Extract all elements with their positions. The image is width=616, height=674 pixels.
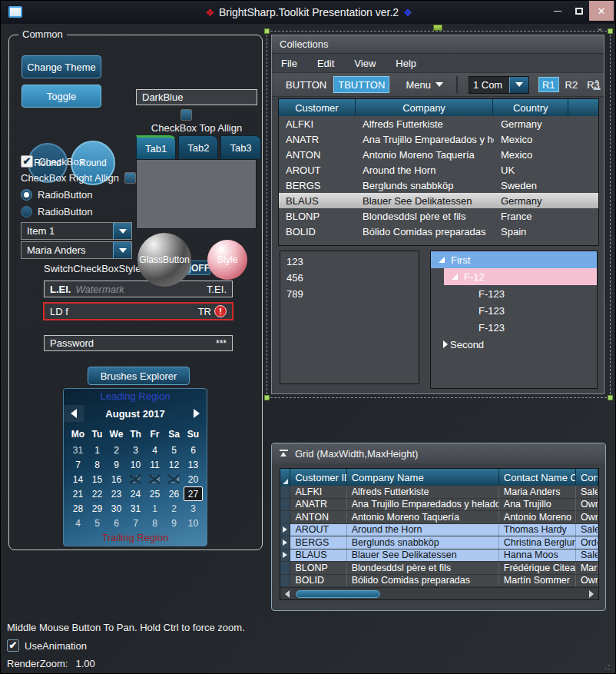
datagrid-cell[interactable]: Thomas Hardy — [499, 524, 576, 536]
datagrid-cell[interactable]: Owne — [576, 499, 598, 511]
calendar-day[interactable]: 14 — [68, 472, 88, 486]
calendar-day[interactable]: 27 — [184, 486, 203, 501]
adorner-handle-topright[interactable] — [608, 28, 613, 34]
datagrid-column-header[interactable]: Customer ID — [290, 469, 346, 486]
datagrid-row-header[interactable] — [280, 524, 290, 536]
adorner-handle-bottomleft[interactable] — [264, 395, 270, 400]
calendar-day[interactable]: 13 — [184, 457, 203, 472]
checkbox-right-align-box[interactable] — [124, 172, 136, 184]
checkbox-top-align-box[interactable] — [180, 109, 192, 121]
calendar-day[interactable]: 4 — [145, 443, 164, 457]
listview-row[interactable]: AROUTAround the HornUK — [279, 162, 598, 178]
calendar-day[interactable]: 1 — [145, 501, 164, 516]
datagrid-row-header[interactable] — [280, 486, 290, 498]
datagrid-cell[interactable]: Antonio Moreno Taquería — [347, 511, 499, 523]
datagrid-cell[interactable]: Blauer See Delikatessen — [347, 549, 499, 562]
adorner-handle-bottomright[interactable] — [608, 395, 613, 400]
listview-row[interactable]: BOLIDBólido Comidas preparadasSpain — [279, 224, 598, 239]
datagrid-cell[interactable]: Hanna Moos — [499, 549, 576, 562]
datagrid-row[interactable]: BERGSBerglunds snabbköpChristina Berglun… — [280, 536, 598, 549]
calendar-day[interactable]: 15 — [88, 472, 107, 486]
calendar-day[interactable]: 5 — [164, 443, 184, 457]
menu-item-view[interactable]: View — [354, 58, 376, 69]
calendar-day[interactable]: 21 — [68, 486, 88, 501]
checkbox-icon[interactable]: ✔ — [21, 155, 33, 168]
radio-unselected-icon[interactable] — [21, 206, 32, 217]
listview-column-header[interactable]: Customer — [279, 99, 356, 116]
combobox-maria-dropdown[interactable] — [113, 242, 131, 258]
expander-closed-icon[interactable] — [439, 340, 444, 348]
adorner-handle-topleft[interactable] — [264, 28, 270, 34]
expander-open-icon[interactable] — [452, 274, 458, 280]
toggle-button[interactable]: Toggle — [22, 85, 101, 108]
combobox-item1[interactable]: Item 1 — [21, 222, 132, 240]
radio-selected-icon[interactable] — [21, 189, 32, 201]
datagrid-column-header[interactable]: Company Name — [347, 469, 499, 486]
datagrid-cell[interactable]: ANATR — [290, 499, 346, 511]
datagrid-cell[interactable]: Around the Horn — [347, 524, 499, 536]
datagrid-cell[interactable]: Owne — [576, 511, 598, 523]
calendar-day[interactable]: 8 — [88, 457, 107, 472]
datagrid-cell[interactable]: ALFKI — [290, 486, 346, 498]
datagrid-row[interactable]: ANATRAna Trujillo Emparedados y heladosA… — [280, 499, 598, 512]
calendar-day[interactable]: 9 — [164, 516, 184, 530]
calendar-day[interactable]: 9 — [107, 457, 126, 472]
toolbar-overflow-button[interactable]: ▾▬ — [592, 78, 601, 91]
datagrid-cell[interactable]: BLONP — [290, 562, 346, 574]
datagrid-cell[interactable]: Ana Trujillo Emparedados y helados — [347, 499, 499, 511]
window-icon[interactable] — [8, 6, 22, 18]
maximize-button[interactable] — [569, 1, 589, 21]
validation-error-textbox[interactable]: LD f TR ! — [43, 302, 233, 320]
combobox-maria[interactable]: Maria Anders — [21, 241, 132, 259]
datagrid-row[interactable]: ALFKIAlfreds FutterkisteMaria AndersSale… — [280, 486, 598, 499]
scroll-right-icon[interactable] — [589, 590, 594, 598]
calendar-day[interactable]: 19 — [164, 472, 184, 486]
scroll-left-icon[interactable] — [285, 590, 290, 598]
listview-row[interactable]: BLAUSBlauer See DelikatessenGermany — [279, 193, 598, 208]
tree-item-f123[interactable]: F-123 — [431, 319, 597, 336]
listview-row[interactable]: ALFKIAlfreds FutterkisteGermany — [279, 116, 598, 131]
checkbox-row[interactable]: ✔ CheckBox — [21, 155, 84, 168]
checkbox-right-align-row[interactable]: CheckBox Right Allign — [21, 172, 136, 184]
datagrid-cell[interactable]: Mark — [576, 562, 598, 574]
datagrid-cell[interactable]: Frédérique Citeaux — [499, 562, 576, 574]
datagrid-cell[interactable]: Blondesddsl père et fils — [347, 562, 499, 574]
calendar-day[interactable]: 12 — [164, 457, 184, 472]
toolbar-radio-r2[interactable]: R2 — [562, 77, 581, 92]
datagrid-cell[interactable]: Antonio Moreno — [499, 511, 576, 523]
close-button[interactable]: ✕ — [589, 1, 614, 21]
menu-item-help[interactable]: Help — [396, 58, 416, 69]
datagrid-row[interactable]: AROUTAround the HornThomas HardySales — [280, 524, 598, 537]
datagrid-column-header[interactable]: Contact Name CN — [499, 469, 576, 486]
toolbar-button[interactable]: BUTTON — [281, 79, 331, 91]
brushes-explorer-button[interactable]: Brushes Explorer — [88, 367, 190, 385]
toolbar-menu-button[interactable]: Menu — [399, 79, 449, 91]
expander-open-icon[interactable] — [439, 257, 445, 263]
combobox-item1-dropdown[interactable] — [113, 223, 131, 239]
datagrid-row-header[interactable] — [280, 536, 290, 549]
minimize-button[interactable]: ─ — [548, 1, 568, 21]
datagrid-cell[interactable]: Owne — [576, 575, 598, 587]
tree-item-f123[interactable]: F-123 — [431, 285, 597, 302]
radiobutton-row-2[interactable]: RadioButton — [21, 206, 93, 217]
datagrid-row-header[interactable] — [280, 549, 290, 562]
calendar-month-label[interactable]: August 2017 — [84, 408, 187, 420]
datagrid-row[interactable]: ANTONAntonio Moreno TaqueríaAntonio More… — [280, 511, 598, 524]
calendar-next-button[interactable] — [187, 405, 207, 422]
toolbar-toggle-button[interactable]: TBUTTON — [333, 76, 389, 93]
toolbar-radio-r1[interactable]: R1 — [538, 77, 559, 92]
calendar-day[interactable]: 10 — [126, 457, 145, 472]
toolbar-combobox-dropdown[interactable] — [509, 77, 528, 93]
use-animation-row[interactable]: ✔ UseAnimation — [7, 639, 87, 652]
datagrid-cell[interactable]: BERGS — [290, 536, 346, 549]
calendar-day[interactable]: 28 — [68, 501, 88, 516]
glass-button[interactable]: GlassButton — [137, 233, 191, 287]
calendar-day[interactable]: 16 — [107, 472, 126, 486]
calendar-day[interactable]: 3 — [126, 443, 145, 457]
listbox-item[interactable]: 456 — [280, 270, 419, 286]
tree-item-second[interactable]: Second — [431, 336, 597, 353]
calendar-day[interactable]: 22 — [88, 486, 107, 501]
scrollbar-thumb[interactable] — [296, 590, 380, 598]
style-button[interactable]: Style — [207, 240, 247, 280]
resize-grip-icon[interactable]: .: — [604, 662, 614, 671]
